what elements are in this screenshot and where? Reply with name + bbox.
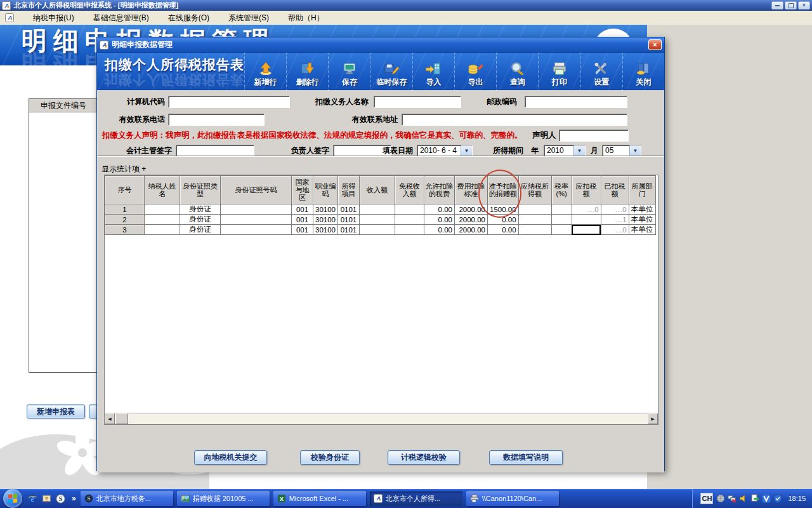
shield-check-icon[interactable] [773, 494, 782, 503]
restore-button[interactable] [785, 1, 797, 10]
scrollbar-thumb[interactable] [115, 413, 128, 424]
menu-item[interactable]: 基础信息管理(B) [93, 13, 149, 23]
toolbar-button-export[interactable]: 导出 [454, 53, 496, 90]
toolbar-button-add-row[interactable]: 新增行 [244, 53, 286, 90]
network-offline-icon[interactable] [728, 494, 737, 503]
toolbar-button-import[interactable]: 导入 [412, 53, 454, 90]
table-cell[interactable]: …0 [601, 225, 629, 235]
table-cell[interactable]: 1500.00 [487, 204, 518, 215]
table-cell[interactable] [221, 225, 292, 235]
toolbar-button-close-book[interactable]: 关闭 [622, 53, 664, 90]
table-cell[interactable] [551, 204, 572, 215]
withholder-name-input[interactable] [374, 96, 461, 108]
dialog-close-button[interactable]: × [648, 39, 662, 50]
taskbar-item[interactable]: S北京市地方税务... [81, 491, 173, 506]
toolbar-button-temp-save[interactable]: 临时保存 [370, 53, 412, 90]
table-cell[interactable]: 0.00 [424, 204, 454, 215]
menu-item[interactable]: 系统管理(S) [228, 13, 269, 23]
chevron-down-icon[interactable]: ▼ [461, 145, 472, 156]
menu-item[interactable]: 纳税申报(U) [33, 13, 74, 23]
table-cell[interactable] [395, 204, 424, 215]
table-cell[interactable]: 0.00 [487, 225, 518, 235]
table-cell[interactable] [145, 225, 180, 235]
table-cell[interactable]: 0.00 [487, 215, 518, 225]
show-stats-toggle[interactable]: 显示统计项 + [102, 164, 146, 175]
thunder-icon[interactable] [762, 494, 771, 503]
table-cell[interactable] [395, 215, 424, 225]
close-button[interactable]: × [798, 1, 810, 10]
taskbar-item[interactable]: XMicrosoft Excel - ... [273, 491, 366, 506]
table-cell[interactable] [221, 215, 292, 225]
toolbar-button-search[interactable]: 查询 [496, 53, 538, 90]
table-cell[interactable] [518, 215, 551, 225]
table-cell[interactable]: 001 [292, 215, 313, 225]
table-cell[interactable]: 本单位 [629, 204, 655, 215]
start-button[interactable] [3, 489, 22, 508]
action-button[interactable]: 计税逻辑校验 [388, 450, 460, 465]
table-cell[interactable]: 2000.00 [454, 225, 487, 235]
table-cell[interactable]: 2000.00 [454, 215, 487, 225]
toolbar-button-print[interactable]: 打印 [538, 53, 580, 90]
internet-explorer-icon[interactable]: e [28, 494, 37, 504]
phone-input[interactable] [168, 114, 265, 126]
table-cell[interactable] [572, 215, 601, 225]
table-cell[interactable]: …0 [601, 204, 629, 215]
action-button[interactable]: 数据填写说明 [489, 450, 563, 465]
table-cell[interactable]: 001 [292, 204, 313, 215]
toolbar-button-delete-row[interactable]: 删除行 [286, 53, 328, 90]
chevron-down-icon[interactable]: ▼ [629, 145, 641, 156]
table-cell[interactable] [359, 225, 395, 235]
certificate-icon[interactable] [42, 494, 51, 504]
taskbar-item[interactable]: \\Canon1120\Can... [466, 491, 559, 506]
taskbar-item[interactable]: 捐赠收据 201005 ... [177, 491, 270, 506]
sync-icon[interactable] [750, 494, 759, 503]
table-cell[interactable]: 身份证 [180, 215, 221, 225]
table-cell[interactable] [145, 215, 180, 225]
chevron-down-icon[interactable]: ▼ [573, 145, 585, 156]
table-cell[interactable]: 001 [292, 225, 313, 235]
taskbar-item[interactable]: Ax北京市个人所得... [370, 491, 462, 506]
table-cell[interactable] [359, 215, 395, 225]
overflow-chevron-icon[interactable]: » [72, 494, 76, 503]
table-cell[interactable] [359, 204, 395, 215]
toolbar-button-save[interactable]: 保存 [328, 53, 370, 90]
table-cell[interactable]: 1 [105, 204, 145, 215]
globe-icon[interactable] [716, 494, 725, 503]
table-cell[interactable] [145, 204, 180, 215]
table-cell[interactable]: 30100 [313, 215, 338, 225]
table-cell[interactable]: 3 [105, 225, 145, 235]
table-cell[interactable]: 0101 [337, 204, 359, 215]
table-cell[interactable]: 30100 [313, 225, 338, 235]
table-cell[interactable] [572, 225, 601, 235]
table-cell[interactable]: 2 [105, 215, 145, 225]
table-cell[interactable]: 30100 [313, 204, 338, 215]
new-declaration-form-button[interactable]: 新增申报表 [27, 404, 85, 418]
table-cell[interactable]: 本单位 [629, 225, 655, 235]
language-indicator[interactable]: CH [700, 493, 713, 504]
menu-item[interactable]: 在线服务(O) [168, 13, 209, 23]
table-cell[interactable]: 0101 [337, 215, 359, 225]
action-button[interactable]: 向地税机关提交 [194, 450, 267, 465]
computer-code-input[interactable] [168, 96, 290, 108]
toolbar-button-settings[interactable]: 设置 [580, 53, 622, 90]
minimize-button[interactable] [771, 1, 783, 10]
table-cell[interactable] [221, 204, 292, 215]
table-cell[interactable]: 本单位 [629, 215, 655, 225]
declarant-input[interactable] [559, 130, 629, 142]
table-cell[interactable]: …0 [572, 204, 601, 215]
table-cell[interactable]: 身份证 [180, 204, 221, 215]
table-cell[interactable] [518, 204, 551, 215]
postal-code-input[interactable] [525, 96, 627, 108]
scroll-right-icon[interactable]: ▶ [648, 413, 658, 424]
scroll-left-icon[interactable]: ◀ [105, 413, 115, 424]
volume-icon[interactable] [739, 494, 748, 503]
table-cell[interactable]: 0101 [337, 225, 359, 235]
table-cell[interactable] [395, 225, 424, 235]
table-cell[interactable] [518, 225, 551, 235]
horizontal-scrollbar[interactable]: ◀ ▶ [105, 413, 658, 424]
table-cell[interactable]: 0.00 [424, 215, 454, 225]
table-cell[interactable]: 身份证 [180, 225, 221, 235]
table-cell[interactable]: …1 [601, 215, 629, 225]
table-cell[interactable]: 2000.00 [454, 204, 487, 215]
table-cell[interactable]: 0.00 [424, 225, 454, 235]
